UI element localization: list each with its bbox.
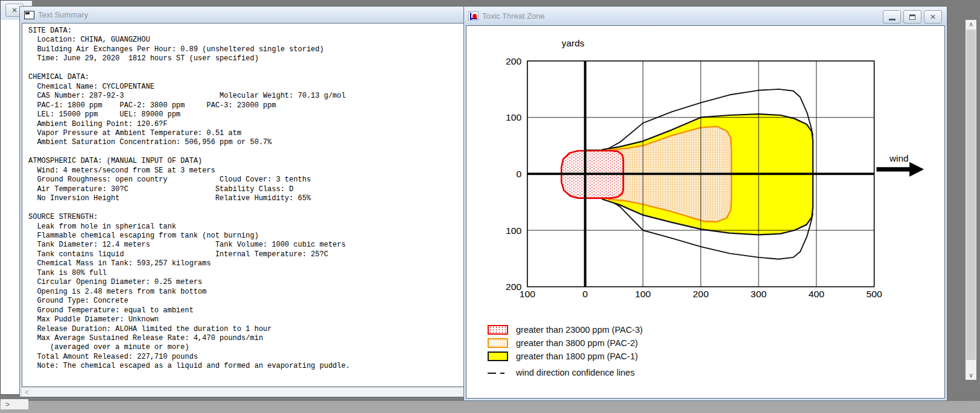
window-title: Text Summary [38, 10, 88, 19]
x-tick: 400 [809, 289, 825, 300]
window-title: Toxic Threat Zone [482, 11, 545, 20]
pac2-swatch [488, 338, 508, 348]
x-tick: 500 [866, 289, 882, 300]
legend-label: greater than 3800 ppm (PAC-2) [516, 338, 638, 348]
y-tick: 100 [506, 225, 522, 236]
toxic-threat-zone-window[interactable]: Toxic Threat Zone ✕ [463, 6, 947, 401]
horizontal-scrollbar[interactable]: > [1, 399, 28, 409]
minimize-button[interactable] [883, 10, 901, 24]
legend-item-confidence-lines: wind direction confidence lines [488, 367, 643, 377]
threat-zone-plot-icon [468, 11, 479, 20]
scroll-down-icon[interactable]: ∨ [966, 371, 976, 379]
y-tick: 0 [517, 169, 522, 179]
resize-grip[interactable] [972, 402, 979, 409]
vertical-scrollbar[interactable]: ∧ ∨ [966, 20, 976, 380]
wind-label: wind [889, 153, 909, 163]
x-tick: 100 [520, 289, 536, 300]
legend-label: greater than 1800 ppm (PAC-1) [516, 352, 638, 361]
scrollbar-thumb[interactable] [966, 30, 976, 360]
horizontal-scrollbar[interactable]: < [22, 387, 464, 397]
minimize-icon [889, 19, 896, 20]
text-summary-window[interactable]: Text Summary SITE DATA: Location: CHINA,… [19, 6, 466, 397]
confidence-line-swatch [488, 368, 508, 377]
scroll-up-icon[interactable]: ∧ [966, 20, 976, 28]
text-summary-titlebar[interactable]: Text Summary [20, 7, 466, 23]
text-document-icon [24, 11, 34, 19]
legend-item-pac3: greater than 23000 ppm (PAC-3) [488, 324, 643, 335]
wind-arrow: wind [876, 153, 924, 177]
plot-legend: greater than 23000 ppm (PAC-3) greater t… [488, 324, 643, 377]
scroll-right-icon[interactable]: > [5, 400, 10, 409]
legend-item-pac2: greater than 3800 ppm (PAC-2) [488, 338, 643, 348]
threat-zone-plot: 200 100 0 100 200 100 0 100 200 300 400 … [498, 36, 938, 301]
toxic-threat-zone-titlebar[interactable]: Toxic Threat Zone ✕ [464, 7, 947, 25]
pac1-swatch [488, 352, 508, 361]
close-button[interactable]: ✕ [924, 10, 942, 24]
legend-label: greater than 23000 ppm (PAC-3) [516, 325, 643, 335]
legend-item-pac1: greater than 1800 ppm (PAC-1) [488, 351, 643, 361]
x-tick: 100 [635, 289, 651, 300]
y-tick: 100 [506, 113, 522, 123]
pac3-swatch [488, 325, 508, 335]
restore-icon [909, 14, 915, 20]
text-summary-content: SITE DATA: Location: CHINA, GUANGZHOU Bu… [22, 23, 464, 387]
legend-label: wind direction confidence lines [516, 368, 635, 377]
restore-button[interactable] [903, 10, 921, 24]
y-tick: 200 [506, 56, 522, 66]
y-axis-label: yards [562, 38, 585, 48]
summary-text: SITE DATA: Location: CHINA, GUANGZHOU Bu… [22, 24, 463, 371]
x-tick: 0 [582, 289, 588, 300]
desktop-background [0, 401, 980, 413]
scroll-left-icon[interactable]: < [22, 388, 29, 397]
toxic-threat-zone-content: 200 100 0 100 200 100 0 100 200 300 400 … [466, 25, 945, 399]
x-tick: 300 [751, 289, 767, 300]
x-tick: 200 [693, 289, 709, 300]
